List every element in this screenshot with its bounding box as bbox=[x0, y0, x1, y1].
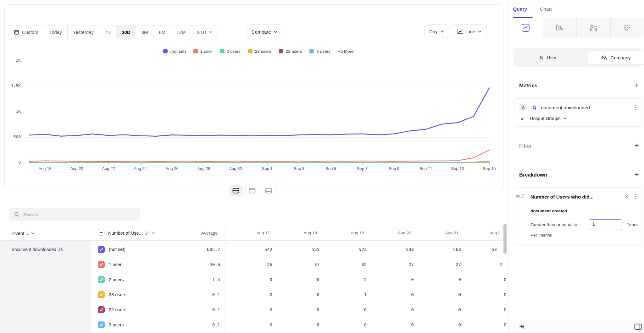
x-axis-label: Aug 20 bbox=[64, 166, 90, 171]
metric-event-name[interactable]: document downloaded bbox=[541, 105, 590, 111]
range-button-today[interactable]: Today bbox=[44, 25, 68, 39]
range-button-label: 3M bbox=[142, 30, 148, 35]
search-input-container[interactable] bbox=[9, 208, 140, 221]
x-axis-label: Aug 18 bbox=[32, 166, 58, 171]
chevron-down-icon bbox=[31, 232, 35, 234]
breakdown-kebab-menu[interactable] bbox=[633, 194, 638, 200]
row-average-value: 0.1 bbox=[170, 302, 220, 317]
legend-item[interactable]: 28 users bbox=[248, 49, 271, 54]
breakdown-event-name: document created bbox=[530, 209, 567, 213]
tab-query[interactable]: Query bbox=[513, 6, 527, 12]
row-checkbox[interactable] bbox=[98, 276, 105, 283]
scope-company-segment[interactable]: Company bbox=[587, 50, 644, 65]
tab-chart[interactable]: Chart bbox=[540, 6, 552, 12]
scatter-grid-icon bbox=[624, 24, 631, 31]
compare-button[interactable]: Compare bbox=[247, 25, 282, 39]
row-checkbox[interactable] bbox=[98, 306, 105, 313]
event-column-header[interactable]: Event 1 bbox=[12, 226, 35, 241]
check-icon bbox=[99, 308, 103, 312]
range-button-30d[interactable]: 30D bbox=[116, 25, 136, 39]
measure-dropdown[interactable]: Unique Groups bbox=[530, 116, 567, 121]
search-input[interactable] bbox=[23, 212, 130, 217]
kebab-icon bbox=[635, 194, 636, 199]
date-column-header: Aug 17 bbox=[225, 226, 272, 241]
x-axis-label: Sep 9 bbox=[381, 166, 407, 171]
row-cell-value: 0 bbox=[272, 302, 319, 317]
range-button-7d[interactable]: 7D bbox=[99, 25, 116, 39]
company-users-icon bbox=[601, 55, 607, 60]
range-button-6m[interactable]: 6M bbox=[153, 25, 171, 39]
event-count: 1 bbox=[26, 231, 29, 236]
measure-type-symbol: # bbox=[521, 116, 524, 121]
add-metric-button[interactable]: + bbox=[632, 81, 641, 90]
panel-footer bbox=[508, 320, 644, 333]
metric-kebab-menu[interactable] bbox=[633, 104, 638, 111]
range-button-label: Custom bbox=[22, 30, 38, 35]
kebab-icon bbox=[635, 105, 636, 110]
chart-type-line[interactable] bbox=[508, 18, 542, 37]
y-axis-label: 0 bbox=[2, 160, 21, 165]
breakdown-value-input[interactable] bbox=[592, 221, 618, 227]
drag-handle-icon[interactable] bbox=[516, 195, 520, 198]
interval-dropdown[interactable]: Day bbox=[424, 25, 449, 38]
range-button-label: 7D bbox=[105, 30, 111, 35]
range-button-xtd[interactable]: XTD bbox=[191, 25, 218, 39]
legend-item[interactable]: (not set) bbox=[163, 49, 186, 54]
split-view-button[interactable] bbox=[229, 185, 243, 196]
chart-only-view-button[interactable] bbox=[245, 185, 259, 196]
add-breakdown-button[interactable]: + bbox=[632, 170, 641, 179]
breakdown-card[interactable]: # Number of Users who did... document cr… bbox=[514, 187, 642, 244]
row-average-value: 0.1 bbox=[170, 287, 220, 302]
breakdown-header-label: Number of Use... bbox=[108, 231, 143, 236]
legend-more-link[interactable]: +6 More bbox=[338, 49, 354, 54]
legend-item[interactable]: 1 user bbox=[193, 49, 212, 54]
breakdown-per-interval-label: Per Interval bbox=[530, 233, 552, 237]
legend-label: 28 users bbox=[255, 49, 271, 54]
remove-breakdown-button[interactable] bbox=[624, 193, 630, 199]
collapse-panel-icon[interactable] bbox=[519, 324, 525, 329]
x-axis-label: Sep 11 bbox=[413, 166, 439, 171]
breakdown-column-header[interactable]: Number of Use... 24 bbox=[108, 226, 155, 241]
row-checkbox[interactable] bbox=[98, 291, 105, 298]
legend-item[interactable]: 22 users bbox=[279, 49, 302, 54]
row-average-value: 0.1 bbox=[170, 317, 220, 332]
row-label: 28 users bbox=[109, 287, 126, 302]
range-button-custom[interactable]: Custom bbox=[8, 25, 44, 39]
range-button-label: Yesterday bbox=[73, 30, 94, 35]
row-checkbox[interactable] bbox=[98, 246, 105, 253]
row-cell-value: 0 bbox=[367, 317, 414, 332]
clipped-column-header: Aug 2 bbox=[489, 226, 500, 241]
select-all-checkbox[interactable] bbox=[98, 229, 104, 236]
row-cell-value: 0 bbox=[414, 272, 461, 287]
range-button-12m[interactable]: 12M bbox=[171, 25, 191, 39]
row-checkbox[interactable] bbox=[98, 261, 105, 268]
legend-item[interactable]: 2 users bbox=[220, 49, 241, 54]
check-icon bbox=[99, 323, 103, 327]
range-button-yesterday[interactable]: Yesterday bbox=[68, 25, 99, 39]
check-icon bbox=[99, 263, 103, 266]
add-filter-button[interactable]: + bbox=[632, 141, 641, 150]
chart-type-scatter[interactable] bbox=[610, 18, 644, 37]
check-icon bbox=[99, 278, 103, 281]
x-axis-label: Sep 5 bbox=[318, 166, 344, 171]
chevron-down-icon bbox=[274, 31, 277, 33]
scope-toggle: User Company bbox=[514, 48, 642, 67]
range-button-3m[interactable]: 3M bbox=[136, 25, 154, 39]
legend-label: 2 users bbox=[227, 49, 241, 54]
row-cell-value: 27 bbox=[414, 257, 461, 272]
event-list-item[interactable]: document downloaded [U... bbox=[12, 242, 86, 257]
row-checkbox[interactable] bbox=[98, 321, 105, 328]
chart-type-flow[interactable] bbox=[576, 18, 610, 37]
legend-item[interactable]: 3 users bbox=[309, 49, 330, 54]
metric-card[interactable]: A document downloaded # Unique Groups bbox=[514, 98, 642, 127]
chart-type-bar[interactable] bbox=[542, 18, 576, 37]
row-label: 1 user bbox=[109, 257, 121, 272]
scope-user-segment[interactable]: User bbox=[514, 48, 582, 67]
table-only-view-button[interactable] bbox=[262, 185, 275, 196]
toggle-sidebar-icon[interactable] bbox=[634, 324, 642, 330]
user-icon bbox=[539, 55, 544, 60]
table-vertical-scrollbar[interactable] bbox=[503, 224, 507, 254]
chart-series-svg bbox=[26, 57, 491, 165]
chart-type-dropdown[interactable]: Line bbox=[452, 25, 486, 38]
legend-label: 1 user bbox=[200, 49, 212, 54]
